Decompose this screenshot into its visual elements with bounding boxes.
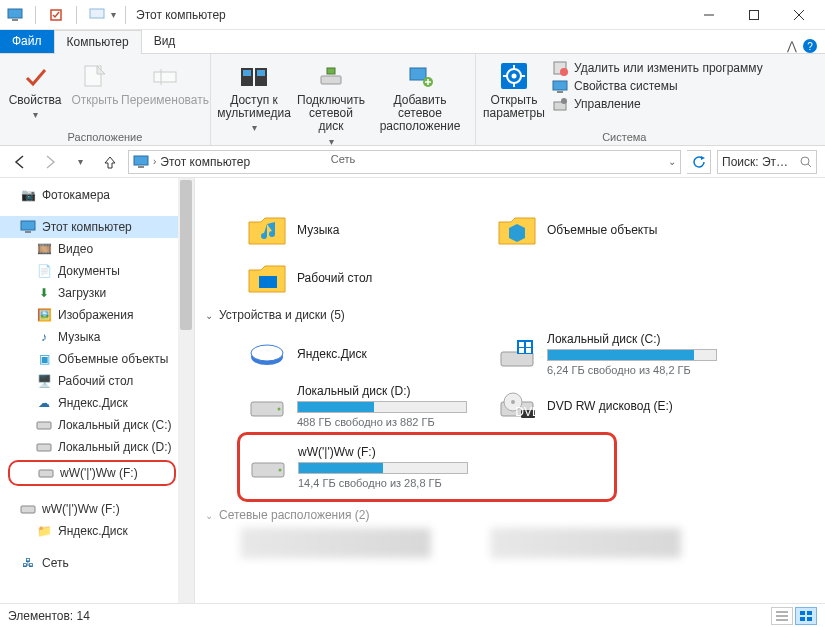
manage-icon bbox=[552, 96, 568, 112]
system-properties-button[interactable]: Свойства системы bbox=[552, 78, 763, 94]
svg-rect-3 bbox=[90, 9, 104, 18]
sidebar-item-downloads[interactable]: ⬇Загрузки bbox=[0, 282, 194, 304]
tab-file[interactable]: Файл bbox=[0, 30, 54, 53]
svg-rect-35 bbox=[134, 156, 148, 165]
svg-rect-43 bbox=[37, 444, 51, 451]
svg-rect-15 bbox=[257, 70, 265, 76]
refresh-button[interactable] bbox=[687, 150, 711, 174]
uninstall-program-button[interactable]: Удалить или изменить программу bbox=[552, 60, 763, 76]
section-devices[interactable]: ⌄ Устройства и диски (5) bbox=[201, 302, 825, 328]
properties-label: Свойства bbox=[9, 94, 62, 107]
folder-desktop[interactable]: Рабочий стол bbox=[241, 254, 491, 302]
drive-yandex-disk[interactable]: Яндекс.Диск bbox=[241, 328, 491, 380]
chevron-down-icon: ▾ bbox=[252, 122, 257, 133]
minimize-button[interactable] bbox=[686, 0, 731, 30]
svg-rect-18 bbox=[410, 68, 426, 80]
media-access-button[interactable]: Доступ к мультимедиа ▾ bbox=[217, 56, 291, 137]
video-icon: 🎞️ bbox=[36, 241, 52, 257]
sidebar-item-yandex-disk-2[interactable]: 📁Яндекс.Диск bbox=[0, 520, 194, 542]
sidebar-item-documents[interactable]: 📄Документы bbox=[0, 260, 194, 282]
search-input[interactable]: Поиск: Эт… bbox=[717, 150, 817, 174]
svg-rect-70 bbox=[800, 617, 805, 621]
svg-rect-1 bbox=[12, 19, 18, 21]
qat-dropdown-icon[interactable] bbox=[86, 4, 108, 26]
chevron-right-icon[interactable]: › bbox=[153, 156, 156, 167]
group-label-location: Расположение bbox=[68, 129, 143, 143]
drive-local-d[interactable]: Локальный диск (D:) 488 ГБ свободно из 8… bbox=[241, 380, 491, 432]
drive-icon bbox=[36, 439, 52, 455]
media-icon bbox=[238, 60, 270, 92]
sidebar-item-yandex-disk[interactable]: ☁Яндекс.Диск bbox=[0, 392, 194, 414]
rename-icon bbox=[149, 60, 181, 92]
drive-c-icon bbox=[497, 334, 537, 374]
sidebar-item-local-d[interactable]: Локальный диск (D:) bbox=[0, 436, 194, 458]
titlebar: ▾ Этот компьютер bbox=[0, 0, 825, 30]
folder-item[interactable] bbox=[241, 178, 491, 206]
sidebar-item-local-c[interactable]: Локальный диск (C:) bbox=[0, 414, 194, 436]
properties-button[interactable]: Свойства ▾ bbox=[6, 56, 64, 124]
music-icon: ♪ bbox=[36, 329, 52, 345]
svg-point-30 bbox=[560, 68, 568, 76]
open-settings-button[interactable]: Открыть параметры bbox=[482, 56, 546, 124]
recent-locations-button[interactable]: ▾ bbox=[68, 150, 92, 174]
sidebar-item-pictures[interactable]: 🖼️Изображения bbox=[0, 304, 194, 326]
forward-button[interactable] bbox=[38, 150, 62, 174]
help-icon[interactable]: ? bbox=[803, 39, 817, 53]
map-drive-button[interactable]: Подключить сетевой диск ▾ bbox=[293, 56, 369, 151]
svg-point-57 bbox=[278, 408, 281, 411]
add-network-button[interactable]: Добавить сетевое расположение bbox=[371, 56, 469, 138]
view-tiles-button[interactable] bbox=[795, 607, 817, 625]
up-button[interactable] bbox=[98, 150, 122, 174]
svg-rect-47 bbox=[259, 276, 277, 288]
svg-point-34 bbox=[561, 98, 567, 104]
drive-local-c[interactable]: Локальный диск (C:) 6,24 ГБ свободно из … bbox=[491, 328, 741, 380]
sidebar-item-ww-f[interactable]: wW('|')Ww (F:) bbox=[8, 460, 176, 486]
folder-3d-objects[interactable]: Объемные объекты bbox=[491, 206, 741, 254]
qat-chevron-icon[interactable]: ▾ bbox=[111, 9, 116, 20]
drive-ww-f[interactable]: wW('|')Ww (F:) 14,4 ГБ свободно из 28,8 … bbox=[237, 432, 617, 502]
svg-point-60 bbox=[511, 400, 515, 404]
breadcrumb-this-pc[interactable]: Этот компьютер bbox=[160, 155, 250, 169]
capacity-bar bbox=[297, 401, 467, 413]
collapse-ribbon-icon[interactable]: ⋀ bbox=[787, 39, 797, 53]
svg-rect-50 bbox=[501, 352, 533, 366]
sidebar-item-videos[interactable]: 🎞️Видео bbox=[0, 238, 194, 260]
capacity-bar bbox=[298, 462, 468, 474]
view-details-button[interactable] bbox=[771, 607, 793, 625]
sidebar-item-network[interactable]: 🖧Сеть bbox=[0, 552, 194, 574]
svg-rect-55 bbox=[526, 348, 531, 353]
sidebar-item-3d-objects[interactable]: ▣Объемные объекты bbox=[0, 348, 194, 370]
scrollbar-thumb[interactable] bbox=[180, 180, 192, 330]
section-network-locations[interactable]: ⌄ Сетевые расположения (2) bbox=[201, 502, 825, 528]
sidebar-scrollbar[interactable] bbox=[178, 178, 194, 603]
drive-icon bbox=[36, 417, 52, 433]
sidebar-item-camera[interactable]: 📷Фотокамера bbox=[0, 184, 194, 206]
drive-dvd[interactable]: DVD DVD RW дисковод (E:) bbox=[491, 380, 741, 432]
search-icon bbox=[800, 156, 812, 168]
tab-computer[interactable]: Компьютер bbox=[54, 30, 142, 54]
maximize-button[interactable] bbox=[731, 0, 776, 30]
open-settings-label: Открыть параметры bbox=[483, 94, 545, 120]
svg-point-64 bbox=[279, 469, 282, 472]
svg-rect-54 bbox=[519, 348, 524, 353]
sidebar-item-music[interactable]: ♪Музыка bbox=[0, 326, 194, 348]
close-button[interactable] bbox=[776, 0, 821, 30]
ribbon-group-location: Свойства ▾ Открыть Переименовать Располо… bbox=[0, 54, 211, 145]
sidebar-item-this-pc[interactable]: Этот компьютер bbox=[0, 216, 194, 238]
network-location-blurred[interactable] bbox=[491, 528, 681, 558]
qat-properties-icon[interactable] bbox=[45, 4, 67, 26]
folder-item[interactable] bbox=[491, 178, 741, 206]
breadcrumb[interactable]: › Этот компьютер ⌄ bbox=[128, 150, 681, 174]
tab-view[interactable]: Вид bbox=[142, 30, 188, 53]
network-location-blurred[interactable] bbox=[241, 528, 431, 558]
svg-rect-0 bbox=[8, 9, 22, 18]
folder-music[interactable]: Музыка bbox=[241, 206, 491, 254]
manage-button[interactable]: Управление bbox=[552, 96, 763, 112]
sidebar-item-ww-f-removable[interactable]: wW('|')Ww (F:) bbox=[0, 498, 194, 520]
sidebar-item-desktop[interactable]: 🖥️Рабочий стол bbox=[0, 370, 194, 392]
address-dropdown-icon[interactable]: ⌄ bbox=[668, 156, 676, 167]
back-button[interactable] bbox=[8, 150, 32, 174]
folder-icon: 📁 bbox=[36, 523, 52, 539]
add-network-label: Добавить сетевое расположение bbox=[373, 94, 467, 134]
computer-icon bbox=[4, 4, 26, 26]
